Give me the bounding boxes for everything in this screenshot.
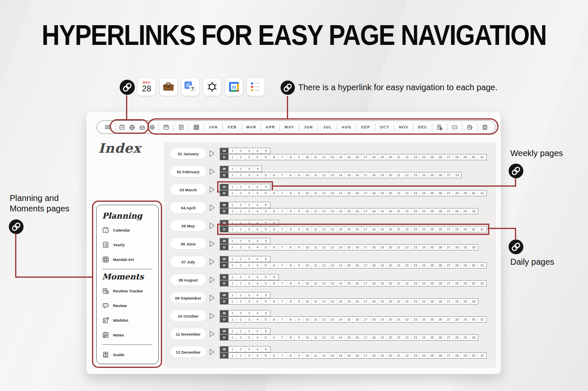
week-cell[interactable]: 2 [237, 310, 245, 316]
day-cell[interactable]: 30 [470, 209, 478, 214]
day-cell[interactable]: 8 [287, 317, 295, 322]
day-cell[interactable]: 14 [336, 245, 345, 250]
day-cell[interactable]: 14 [336, 172, 345, 178]
week-cell[interactable]: 2 [237, 274, 245, 280]
day-cell[interactable]: 23 [412, 353, 420, 358]
week-cell[interactable]: 5 [262, 202, 270, 208]
month-pill[interactable]: 12 December [171, 347, 206, 357]
day-cell[interactable]: 15 [345, 227, 353, 232]
day-cell[interactable]: 4 [253, 317, 262, 322]
day-cell[interactable]: 17 [362, 190, 370, 196]
month-pill[interactable]: 04 April [171, 202, 206, 213]
week-cell[interactable]: 1 [228, 328, 237, 334]
day-cell[interactable]: 5 [262, 154, 270, 160]
week-cell[interactable]: 4 [253, 310, 262, 316]
day-cell[interactable]: 13 [328, 172, 337, 178]
day-cell[interactable]: 3 [245, 317, 254, 322]
day-cell[interactable]: 11 [312, 190, 320, 196]
day-cell[interactable]: 16 [353, 317, 362, 322]
day-cell[interactable]: 1 [228, 209, 237, 214]
day-cell[interactable]: 24 [420, 227, 428, 232]
day-cell[interactable]: 30 [470, 281, 478, 286]
day-cell[interactable]: 17 [362, 172, 370, 178]
day-cell[interactable]: 18 [370, 227, 378, 232]
day-cell[interactable]: 17 [362, 245, 370, 250]
day-cell[interactable]: 12 [320, 317, 328, 322]
translate-app-icon[interactable]: G [181, 78, 200, 96]
day-cell[interactable]: 25 [428, 245, 436, 250]
day-cell[interactable]: 22 [403, 227, 412, 232]
day-cell[interactable]: 20 [386, 154, 395, 160]
sidebar-item-calendar[interactable]: 1Calendar [102, 223, 153, 237]
day-cell[interactable]: 22 [403, 335, 412, 340]
day-cell[interactable]: 2 [237, 227, 245, 232]
week-cell[interactable]: 2 [237, 292, 245, 298]
day-cell[interactable]: 8 [287, 154, 295, 160]
day-cell[interactable]: 23 [412, 299, 420, 304]
week-cell[interactable]: 4 [253, 256, 262, 262]
inbox-icon[interactable] [137, 124, 147, 130]
week-cell[interactable]: 1 [228, 202, 237, 208]
week-cell[interactable]: 2 [237, 148, 245, 154]
hamburger-icon[interactable] [101, 124, 114, 130]
day-cell[interactable]: 21 [395, 299, 403, 304]
day-cell[interactable]: 15 [345, 263, 353, 268]
week-cell[interactable]: 5 [262, 148, 270, 154]
day-cell[interactable]: 2 [237, 245, 245, 250]
day-cell[interactable]: 1 [228, 263, 237, 268]
week-cell[interactable]: 4 [253, 328, 262, 334]
day-cell[interactable]: 9 [295, 317, 303, 322]
day-cell[interactable]: 9 [295, 299, 303, 304]
week-cell[interactable]: 1 [228, 184, 237, 190]
day-cell[interactable]: 16 [353, 209, 362, 214]
day-cell[interactable]: 13 [328, 209, 337, 214]
week-cell[interactable]: 1 [228, 220, 237, 226]
day-cell[interactable]: 6 [270, 299, 278, 304]
day-cell[interactable]: 3 [245, 190, 254, 196]
day-cell[interactable]: 19 [378, 281, 386, 286]
day-cell[interactable]: 13 [328, 154, 337, 160]
day-cell[interactable]: 6 [270, 245, 278, 250]
day-cell[interactable]: 17 [362, 209, 370, 214]
day-cell[interactable]: 25 [428, 335, 436, 340]
day-cell[interactable]: 9 [295, 227, 303, 232]
day-cell[interactable]: 5 [262, 281, 270, 286]
day-cell[interactable]: 8 [287, 190, 295, 196]
day-cell[interactable]: 11 [312, 209, 320, 214]
day-cell[interactable]: 20 [386, 335, 395, 340]
day-cell[interactable]: 28 [453, 353, 462, 358]
week-cell[interactable]: 5 [262, 310, 270, 316]
day-cell[interactable]: 7 [278, 227, 287, 232]
day-cell[interactable]: 28 [453, 263, 462, 268]
week-cell[interactable]: 3 [245, 328, 254, 334]
day-cell[interactable]: 14 [336, 154, 345, 160]
day-cell[interactable]: 2 [237, 190, 245, 196]
day-cell[interactable]: 24 [420, 154, 428, 160]
day-cell[interactable]: 18 [370, 263, 378, 268]
day-cell[interactable]: 4 [253, 335, 262, 340]
google-calendar-app-icon[interactable]: 31 [225, 78, 243, 96]
day-cell[interactable]: 7 [278, 154, 287, 160]
day-cell[interactable]: 10 [303, 172, 312, 178]
day-cell[interactable]: 29 [461, 245, 470, 250]
day-cell[interactable]: 6 [270, 263, 278, 268]
day-cell[interactable]: 19 [378, 335, 386, 340]
day-cell[interactable]: 31 [478, 227, 486, 232]
week-cell[interactable]: 1 [228, 274, 237, 280]
day-cell[interactable]: 24 [420, 353, 428, 358]
week-cell[interactable]: 3 [245, 310, 254, 316]
day-cell[interactable]: 11 [312, 281, 320, 286]
month-pill[interactable]: 09 September [171, 292, 206, 303]
day-cell[interactable]: 2 [237, 281, 245, 286]
day-cell[interactable]: 22 [403, 245, 412, 250]
day-cell[interactable]: 14 [336, 299, 345, 304]
week-cell[interactable]: 6 [270, 274, 278, 280]
day-cell[interactable]: 21 [395, 281, 403, 286]
day-cell[interactable]: 11 [312, 299, 320, 304]
day-cell[interactable]: 24 [420, 172, 428, 178]
day-cell[interactable]: 13 [328, 353, 337, 358]
day-cell[interactable]: 23 [412, 154, 420, 160]
day-cell[interactable]: 30 [470, 227, 478, 232]
day-cell[interactable]: 13 [328, 281, 337, 286]
day-cell[interactable]: 24 [420, 245, 428, 250]
